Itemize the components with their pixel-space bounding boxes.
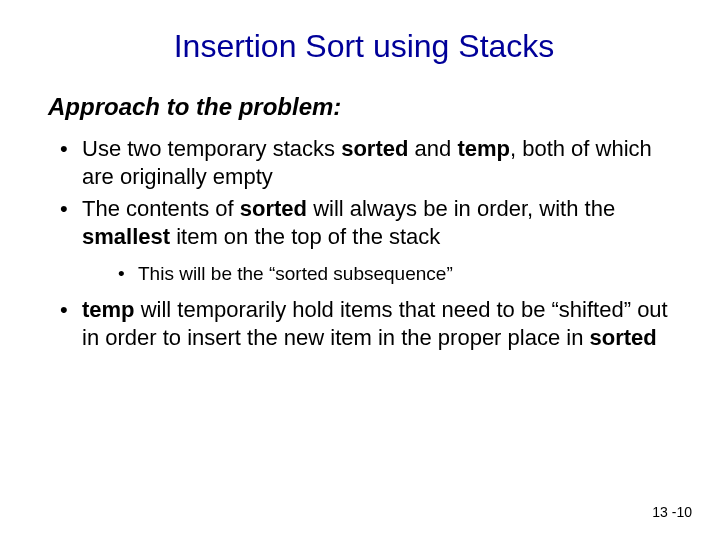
slide-subtitle: Approach to the problem:	[48, 93, 680, 121]
sub-bullet-item: This will be the “sorted subsequence”	[116, 262, 680, 287]
bold-text: sorted	[341, 136, 408, 161]
bold-text: smallest	[82, 224, 170, 249]
slide-title: Insertion Sort using Stacks	[48, 28, 680, 65]
page-number: 13 -10	[652, 504, 692, 520]
sub-bullet-list: This will be the “sorted subsequence”	[82, 262, 680, 287]
slide: Insertion Sort using Stacks Approach to …	[0, 0, 720, 377]
text: The contents of	[82, 196, 240, 221]
bullet-item: The contents of sorted will always be in…	[56, 195, 680, 286]
text: Use two temporary stacks	[82, 136, 341, 161]
text: This will be the “sorted subsequence”	[138, 263, 453, 284]
bullet-item: temp will temporarily hold items that ne…	[56, 296, 680, 352]
text: will always be in order, with the	[307, 196, 615, 221]
bold-text: temp	[457, 136, 510, 161]
text: item on the top of the stack	[170, 224, 440, 249]
bullet-item: Use two temporary stacks sorted and temp…	[56, 135, 680, 191]
bold-text: temp	[82, 297, 135, 322]
bold-text: sorted	[240, 196, 307, 221]
text: will temporarily hold items that need to…	[82, 297, 668, 350]
bullet-list: Use two temporary stacks sorted and temp…	[48, 135, 680, 353]
text: and	[408, 136, 457, 161]
bold-text: sorted	[590, 325, 657, 350]
